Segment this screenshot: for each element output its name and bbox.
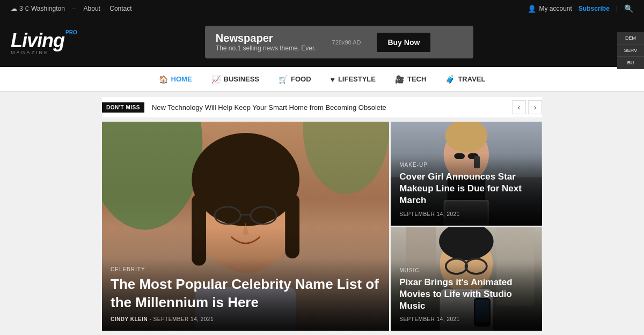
content-area: DON'T MISS New Technology Will Help Keep… xyxy=(102,97,542,331)
second-article-overlay: MAKE-UP Cover Girl Announces Star Makeup… xyxy=(391,153,542,225)
ad-size-label: 728x90 AD xyxy=(332,39,361,46)
lifestyle-icon: ♥ xyxy=(331,67,335,92)
nav-list: 🏠 HOME 📈 BUSINESS 🛒 FOOD ♥ LIFESTYLE xyxy=(149,67,495,92)
nav-item-lifestyle[interactable]: ♥ LIFESTYLE xyxy=(321,67,385,92)
page-wrapper: DON'T MISS New Technology Will Help Keep… xyxy=(0,97,644,331)
search-button[interactable]: 🔍 xyxy=(624,4,633,13)
featured-article-card[interactable]: CELEBRITY The Most Popular Celebrity Nam… xyxy=(102,122,389,331)
featured-title: The Most Popular Celebrity Name List of … xyxy=(111,276,380,312)
right-sidebar: DEM SERV BU xyxy=(617,32,644,69)
subscribe-link[interactable]: Subscribe xyxy=(579,5,610,12)
third-title: Pixar Brings it's Animated Movies to Lif… xyxy=(399,277,533,312)
sidebar-item-bu[interactable]: BU xyxy=(617,57,644,69)
top-bar-left: ☁ 3 C Washington – About Contact xyxy=(11,5,528,12)
site-logo[interactable]: Living PRO MAGAZINE xyxy=(11,29,77,55)
site-header: Living PRO MAGAZINE Newspaper The no.1 s… xyxy=(0,17,644,67)
top-bar: ☁ 3 C Washington – About Contact 👤 My ac… xyxy=(0,0,644,17)
nav-link-tech[interactable]: 🎥 TECH xyxy=(385,67,436,92)
second-article-card[interactable]: MAKE-UP Cover Girl Announces Star Makeup… xyxy=(391,122,542,226)
ticker-prev-button[interactable]: ‹ xyxy=(512,100,526,114)
logo-name: Living xyxy=(11,29,64,52)
nav-item-food[interactable]: 🛒 FOOD xyxy=(269,67,321,92)
ticker-text: New Technology Will Help Keep Your Smart… xyxy=(152,103,512,111)
right-column: MAKE-UP Cover Girl Announces Star Makeup… xyxy=(391,122,542,331)
featured-date: SEPTEMBER 14, 2021 xyxy=(153,316,214,322)
ad-buy-button[interactable]: Buy Now xyxy=(377,33,430,52)
ad-subtitle: The no.1 selling news theme. Ever. xyxy=(216,44,316,52)
temperature: 3 xyxy=(19,5,23,12)
nav-label-lifestyle: LIFESTYLE xyxy=(338,67,376,92)
second-meta: SEPTEMBER 14, 2021 xyxy=(399,211,533,217)
nav-label-home: HOME xyxy=(171,67,192,92)
top-bar-nav: About Contact xyxy=(84,5,132,12)
tech-icon: 🎥 xyxy=(395,67,404,92)
home-icon: 🏠 xyxy=(159,67,168,92)
nav-label-travel: TRAVEL xyxy=(458,67,485,92)
degree: C xyxy=(25,6,29,12)
nav-item-home[interactable]: 🏠 HOME xyxy=(149,67,202,92)
ticker-bar: DON'T MISS New Technology Will Help Keep… xyxy=(102,97,542,117)
nav-item-travel[interactable]: 🧳 TRAVEL xyxy=(436,67,495,92)
nav-item-tech[interactable]: 🎥 TECH xyxy=(385,67,436,92)
nav-link-business[interactable]: 📈 BUSINESS xyxy=(202,67,269,92)
nav-label-food: FOOD xyxy=(291,67,311,92)
food-icon: 🛒 xyxy=(279,67,288,92)
logo-subtext: MAGAZINE xyxy=(11,50,77,55)
contact-link[interactable]: Contact xyxy=(109,5,131,12)
top-bar-separator: – xyxy=(72,5,76,12)
nav-item-business[interactable]: 📈 BUSINESS xyxy=(202,67,269,92)
my-account-label: My account xyxy=(539,5,572,12)
cloud-icon: ☁ xyxy=(11,5,17,12)
my-account-link[interactable]: 👤 My account xyxy=(528,5,572,13)
third-category: MUSIC xyxy=(399,267,533,273)
main-nav: 🏠 HOME 📈 BUSINESS 🛒 FOOD ♥ LIFESTYLE xyxy=(0,67,644,92)
top-bar-right: 👤 My account Subscribe | 🔍 xyxy=(528,4,633,13)
third-meta: SEPTEMBER 14, 2021 xyxy=(399,316,533,322)
nav-link-lifestyle[interactable]: ♥ LIFESTYLE xyxy=(321,67,385,92)
weather-widget: ☁ 3 C Washington xyxy=(11,5,65,12)
about-link[interactable]: About xyxy=(84,5,100,12)
third-article-card[interactable]: MUSIC Pixar Brings it's Animated Movies … xyxy=(391,227,542,331)
featured-article-overlay: CELEBRITY The Most Popular Celebrity Nam… xyxy=(102,258,389,331)
separator: | xyxy=(616,5,618,12)
sidebar-item-serv[interactable]: SERV xyxy=(617,44,644,57)
business-icon: 📈 xyxy=(211,67,221,92)
featured-meta: CINDY KLEIN - SEPTEMBER 14, 2021 xyxy=(111,316,380,322)
featured-category: CELEBRITY xyxy=(111,266,380,272)
nav-label-business: BUSINESS xyxy=(224,67,259,92)
ticker-next-button[interactable]: › xyxy=(528,100,542,114)
ad-title: Newspaper xyxy=(216,32,316,44)
ticker-nav: ‹ › xyxy=(512,100,542,114)
ad-banner: Newspaper The no.1 selling news theme. E… xyxy=(205,26,473,58)
nav-link-home[interactable]: 🏠 HOME xyxy=(149,67,202,92)
nav-link-food[interactable]: 🛒 FOOD xyxy=(269,67,321,92)
featured-author: CINDY KLEIN xyxy=(111,316,148,322)
third-article-overlay: MUSIC Pixar Brings it's Animated Movies … xyxy=(391,259,542,331)
featured-separator: - xyxy=(150,316,153,322)
travel-icon: 🧳 xyxy=(445,67,455,92)
second-title: Cover Girl Announces Star Makeup Line is… xyxy=(399,171,533,206)
city: Washington xyxy=(31,5,65,12)
person-icon: 👤 xyxy=(528,5,536,13)
sidebar-item-dem[interactable]: DEM xyxy=(617,32,644,44)
nav-link-travel[interactable]: 🧳 TRAVEL xyxy=(436,67,495,92)
nav-label-tech: TECH xyxy=(407,67,426,92)
ad-banner-text: Newspaper The no.1 selling news theme. E… xyxy=(216,32,316,52)
second-category: MAKE-UP xyxy=(399,162,533,168)
logo-pro-badge: PRO xyxy=(65,29,77,35)
dont-miss-badge: DON'T MISS xyxy=(102,102,144,113)
article-grid: CELEBRITY The Most Popular Celebrity Nam… xyxy=(102,122,542,331)
